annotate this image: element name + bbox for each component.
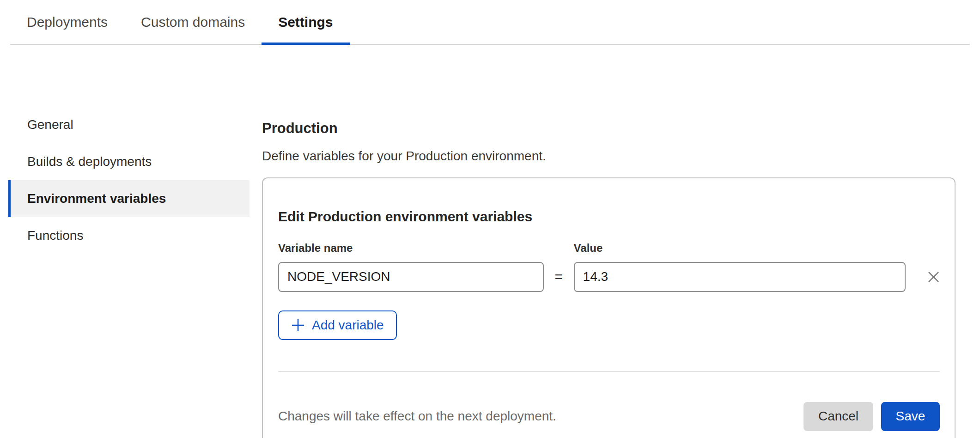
variable-name-group: Variable name [278,241,544,292]
card-heading: Edit Production environment variables [278,208,940,225]
sidebar-item-builds-deployments[interactable]: Builds & deployments [8,143,250,180]
sidebar-item-environment-variables[interactable]: Environment variables [8,180,250,217]
tab-settings[interactable]: Settings [262,0,349,44]
variable-name-label: Variable name [278,241,544,255]
cancel-button[interactable]: Cancel [803,402,873,431]
variable-value-input[interactable] [574,262,906,292]
environment-variables-card: Edit Production environment variables Va… [262,177,956,438]
add-variable-label: Add variable [312,318,384,333]
plus-icon [291,318,305,332]
card-divider [278,371,940,372]
value-label: Value [574,241,906,255]
save-button[interactable]: Save [881,402,940,431]
main-panel: Production Define variables for your Pro… [262,106,956,438]
tab-custom-domains[interactable]: Custom domains [124,0,262,44]
sidebar-item-functions[interactable]: Functions [8,217,250,254]
deployment-note: Changes will take effect on the next dep… [278,409,803,424]
page-title: Production [262,120,956,137]
content-area: General Builds & deployments Environment… [0,106,980,438]
tab-bar: Deployments Custom domains Settings [10,0,970,45]
tab-deployments[interactable]: Deployments [10,0,124,44]
remove-variable-button[interactable] [927,262,940,292]
variable-row: Variable name = Value [278,241,940,292]
card-footer: Changes will take effect on the next dep… [278,402,940,431]
close-icon [927,271,940,283]
sidebar-item-general[interactable]: General [8,106,250,143]
add-variable-button[interactable]: Add variable [278,310,397,340]
variable-value-group: Value [574,241,906,292]
variable-name-input[interactable] [278,262,544,292]
page-subtitle: Define variables for your Production env… [262,148,956,164]
equals-sign: = [544,262,574,292]
settings-sidebar: General Builds & deployments Environment… [8,106,250,438]
